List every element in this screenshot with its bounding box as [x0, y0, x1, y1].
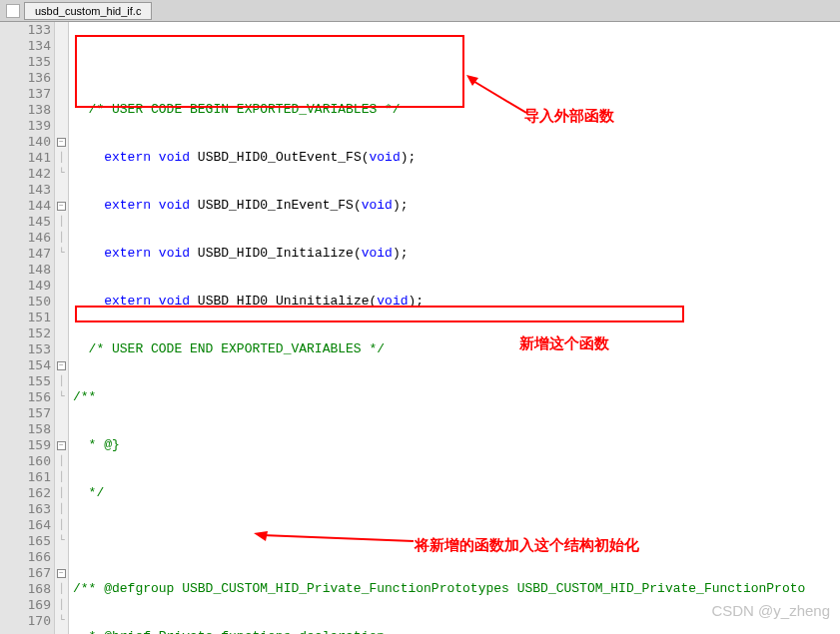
code-area[interactable]: /* USER CODE BEGIN EXPORTED_VARIABLES */… [69, 22, 840, 634]
line-num: 150 [0, 294, 51, 310]
line-num: 143 [0, 182, 51, 198]
line-num: 166 [0, 549, 51, 565]
line-num: 163 [0, 501, 51, 517]
line-num: 161 [0, 469, 51, 485]
line-num: 155 [0, 373, 51, 389]
line-num: 170 [0, 613, 51, 629]
line-num: 135 [0, 54, 51, 70]
line-num: 149 [0, 278, 51, 294]
tab-filename: usbd_custom_hid_if.c [35, 5, 141, 17]
line-num: 141 [0, 150, 51, 166]
line-num: 145 [0, 214, 51, 230]
line-num: 167 [0, 565, 51, 581]
line-num: 138 [0, 102, 51, 118]
line-num: 142 [0, 166, 51, 182]
line-num: 154 [0, 357, 51, 373]
fold-toggle[interactable]: − [55, 357, 68, 373]
file-tab[interactable]: usbd_custom_hid_if.c [24, 2, 152, 20]
fold-toggle[interactable]: − [55, 565, 68, 581]
code-line [73, 54, 840, 70]
fold-toggle[interactable]: − [55, 134, 68, 150]
code-editor[interactable]: 133 134 135 136 137 138 139 140 141 142 … [0, 22, 840, 634]
fold-toggle[interactable]: − [55, 198, 68, 214]
line-num: 168 [0, 581, 51, 597]
line-num: 158 [0, 421, 51, 437]
file-icon [6, 4, 20, 18]
code-line: extern void USBD_HID0_OutEvent_FS(void); [73, 150, 840, 166]
line-num: 153 [0, 341, 51, 357]
line-num: 152 [0, 325, 51, 341]
line-num: 148 [0, 262, 51, 278]
line-num: 159 [0, 437, 51, 453]
line-num: 146 [0, 230, 51, 246]
line-num: 165 [0, 533, 51, 549]
code-line [73, 533, 840, 549]
line-numbers: 133 134 135 136 137 138 139 140 141 142 … [0, 22, 55, 634]
code-line: * @} [73, 437, 840, 453]
line-num: 164 [0, 517, 51, 533]
code-line: /** @defgroup USBD_CUSTOM_HID_Private_Fu… [73, 581, 840, 597]
fold-column: − │ └ − │ │ └ − │ └ − │ │ │ │ │ └ − │ │ … [55, 22, 69, 634]
code-line: * @brief Private functions declaration. [73, 629, 840, 634]
line-num: 151 [0, 310, 51, 325]
code-line: extern void USBD_HID0_Initialize(void); [73, 246, 840, 262]
line-num: 139 [0, 118, 51, 134]
line-num: 133 [0, 22, 51, 38]
code-line: extern void USBD_HID0_InEvent_FS(void); [73, 198, 840, 214]
line-num: 147 [0, 246, 51, 262]
code-line: /** [73, 389, 840, 405]
code-line: extern void USBD_HID0_Uninitialize(void)… [73, 294, 840, 310]
line-num: 144 [0, 198, 51, 214]
code-line: */ [73, 485, 840, 501]
code-line: /* USER CODE END EXPORTED_VARIABLES */ [73, 341, 840, 357]
code-line: /* USER CODE BEGIN EXPORTED_VARIABLES */ [73, 102, 840, 118]
tab-bar: usbd_custom_hid_if.c [0, 0, 840, 22]
line-num: 156 [0, 389, 51, 405]
fold-toggle[interactable]: − [55, 437, 68, 453]
line-num: 134 [0, 38, 51, 54]
line-num: 157 [0, 405, 51, 421]
line-num: 137 [0, 86, 51, 102]
line-num: 160 [0, 453, 51, 469]
line-num: 140 [0, 134, 51, 150]
line-num: 162 [0, 485, 51, 501]
watermark: CSDN @y_zheng [711, 602, 830, 619]
line-num: 136 [0, 70, 51, 86]
line-num: 169 [0, 597, 51, 613]
